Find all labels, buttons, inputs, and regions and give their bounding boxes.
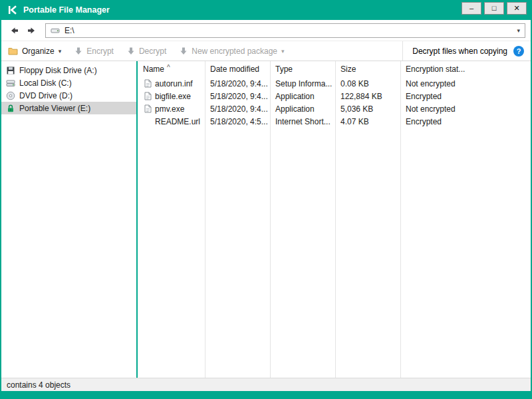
file-date-modified: 5/18/2020, 4:5... bbox=[205, 117, 270, 126]
sidebar-item-label: Local Disk (C:) bbox=[19, 78, 72, 88]
file-date-modified: 5/18/2020, 9:4... bbox=[205, 79, 270, 88]
file-type: Internet Short... bbox=[270, 117, 335, 126]
decrypt-arrow-icon bbox=[127, 47, 135, 55]
file-icon bbox=[144, 92, 152, 100]
file-name: pmv.exe bbox=[155, 104, 184, 114]
minimize-icon: – bbox=[469, 5, 473, 12]
folder-icon bbox=[8, 47, 18, 55]
sidebar-item-floppy-drive-a[interactable]: Floppy Disk Drive (A:) bbox=[1, 64, 136, 76]
file-date-modified: 5/18/2020, 9:4... bbox=[205, 104, 270, 114]
column-header-date-modified[interactable]: Date modified bbox=[205, 65, 270, 74]
title-bar: Portable File Manager – □ ✕ bbox=[1, 0, 531, 20]
file-size: 5,036 KB bbox=[335, 104, 400, 114]
new-encrypted-package-label: New encrypted package bbox=[192, 47, 277, 56]
file-encryption-status: Encrypted bbox=[400, 92, 531, 101]
status-bar: contains 4 objects bbox=[1, 378, 531, 391]
file-size: 4.07 KB bbox=[335, 117, 400, 126]
sidebar-item-dvd-drive-d[interactable]: DVD Drive (D:) bbox=[1, 89, 136, 102]
new-package-arrow-icon bbox=[180, 47, 188, 55]
column-separator bbox=[270, 61, 271, 378]
back-arrow-icon bbox=[9, 26, 19, 35]
dvd-disc-icon bbox=[6, 91, 15, 100]
close-icon: ✕ bbox=[513, 5, 519, 12]
column-header-name[interactable]: Name^ bbox=[138, 65, 205, 74]
file-type: Application bbox=[270, 92, 335, 101]
file-type: Application bbox=[270, 104, 335, 114]
file-row[interactable]: pmv.exe 5/18/2020, 9:4... Application 5,… bbox=[138, 102, 531, 115]
decrypt-button[interactable]: Decrypt bbox=[127, 47, 166, 56]
hard-disk-icon bbox=[6, 78, 15, 88]
sidebar-item-local-disk-c[interactable]: Local Disk (C:) bbox=[1, 76, 136, 89]
toolbar-right-section: Decrypt files when copying ? bbox=[402, 41, 524, 61]
column-separator bbox=[205, 61, 205, 378]
organize-button[interactable]: Organize ▾ bbox=[8, 47, 61, 56]
decrypt-label: Decrypt bbox=[139, 47, 166, 56]
forward-button[interactable] bbox=[24, 23, 39, 38]
file-row[interactable]: README.url 5/18/2020, 4:5... Internet Sh… bbox=[138, 115, 531, 128]
close-button[interactable]: ✕ bbox=[507, 2, 527, 15]
sort-ascending-icon: ^ bbox=[167, 65, 170, 71]
file-row[interactable]: autorun.inf 5/18/2020, 9:4... Setup Info… bbox=[138, 77, 531, 90]
file-icon bbox=[144, 104, 152, 113]
back-button[interactable] bbox=[7, 23, 21, 38]
encrypted-drive-lock-icon bbox=[6, 104, 15, 113]
sidebar-item-label: Floppy Disk Drive (A:) bbox=[19, 66, 97, 75]
app-logo-icon bbox=[8, 5, 17, 15]
new-encrypted-package-button[interactable]: New encrypted package ▾ bbox=[180, 47, 284, 56]
portable-file-manager-window: Portable File Manager – □ ✕ E:\ ▾ Organ bbox=[0, 0, 532, 399]
file-size: 122,884 KB bbox=[335, 92, 400, 101]
file-row[interactable]: bigfile.exe 5/18/2020, 9:4... Applicatio… bbox=[138, 90, 531, 102]
encrypt-label: Encrypt bbox=[86, 47, 114, 56]
floppy-disk-icon bbox=[6, 66, 15, 75]
maximize-icon: □ bbox=[492, 5, 497, 12]
file-name: README.url bbox=[155, 117, 200, 126]
address-bar[interactable]: E:\ ▾ bbox=[45, 23, 525, 38]
file-encryption-status: Not encrypted bbox=[400, 79, 531, 88]
column-header-type[interactable]: Type bbox=[270, 65, 335, 74]
column-separator bbox=[335, 61, 336, 378]
window-title: Portable File Manager bbox=[23, 5, 110, 15]
setup-file-icon bbox=[144, 79, 152, 88]
column-header-size[interactable]: Size bbox=[335, 65, 400, 74]
organize-label: Organize bbox=[22, 47, 55, 56]
content-area: Floppy Disk Drive (A:) Local Disk (C:) D… bbox=[1, 61, 531, 378]
file-encryption-status: Not encrypted bbox=[400, 104, 531, 114]
file-size: 0.08 KB bbox=[335, 79, 400, 88]
column-separator bbox=[400, 61, 401, 378]
maximize-button[interactable]: □ bbox=[484, 2, 504, 15]
chevron-down-icon: ▾ bbox=[281, 48, 285, 55]
window-border-bottom bbox=[1, 391, 531, 399]
list-header: Name^ Date modified Type Size Encryption… bbox=[138, 61, 531, 77]
file-rows: autorun.inf 5/18/2020, 9:4... Setup Info… bbox=[138, 77, 531, 128]
navigation-bar: E:\ ▾ bbox=[1, 20, 531, 41]
file-type: Setup Informa... bbox=[270, 79, 335, 88]
forward-arrow-icon bbox=[27, 26, 37, 35]
address-dropdown-icon[interactable]: ▾ bbox=[517, 27, 520, 34]
encrypt-arrow-icon bbox=[74, 47, 82, 55]
chevron-down-icon: ▾ bbox=[59, 48, 62, 55]
column-header-encryption-status[interactable]: Encryption stat... bbox=[400, 65, 531, 74]
help-icon[interactable]: ? bbox=[513, 46, 524, 57]
file-name: bigfile.exe bbox=[155, 92, 191, 101]
status-text: contains 4 objects bbox=[7, 380, 70, 390]
drive-tree: Floppy Disk Drive (A:) Local Disk (C:) D… bbox=[1, 61, 136, 378]
encrypt-button[interactable]: Encrypt bbox=[74, 47, 114, 56]
toolbar: Organize ▾ Encrypt Decrypt New encrypted… bbox=[1, 41, 531, 61]
file-name: autorun.inf bbox=[155, 79, 193, 88]
file-date-modified: 5/18/2020, 9:4... bbox=[205, 92, 270, 101]
sidebar-item-label: DVD Drive (D:) bbox=[19, 91, 72, 100]
file-list-pane: Name^ Date modified Type Size Encryption… bbox=[138, 61, 531, 378]
window-controls: – □ ✕ bbox=[462, 2, 527, 15]
minimize-button[interactable]: – bbox=[462, 2, 481, 15]
address-path: E:\ bbox=[65, 26, 74, 35]
drive-icon bbox=[51, 27, 60, 35]
sidebar-item-portable-viewer-e[interactable]: Portable Viewer (E:) bbox=[1, 102, 136, 114]
sidebar-item-label: Portable Viewer (E:) bbox=[19, 104, 90, 113]
decrypt-when-copying-label: Decrypt files when copying bbox=[412, 47, 507, 56]
file-encryption-status: Encrypted bbox=[400, 117, 531, 126]
